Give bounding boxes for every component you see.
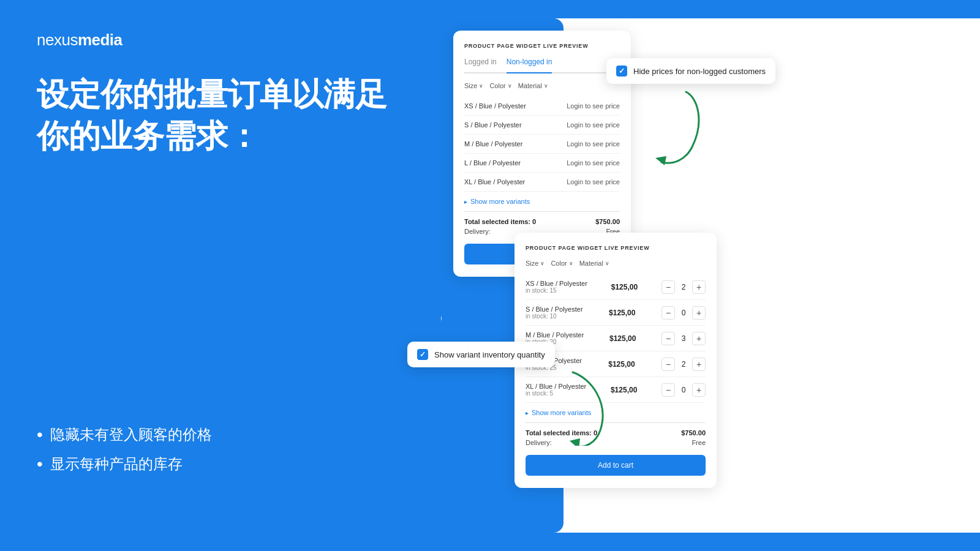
left-panel: nexusmedia 设定你的批量订单以满足你的业务需求： 隐藏未有登入顾客的价…	[0, 0, 441, 551]
checkbox-tooltip-2: Show variant inventory quantity	[407, 342, 555, 367]
qty-num-xl: 0	[679, 386, 688, 394]
logo-prefix: nexus	[37, 31, 78, 49]
filter-row-2: Size Color Material	[526, 260, 706, 267]
qty-num-l: 2	[679, 360, 688, 369]
checkbox-2[interactable]	[417, 349, 428, 360]
total-value-1: $750.00	[595, 218, 620, 225]
qty-controls-s: − 0 +	[662, 306, 706, 320]
bullet-list: 隐藏未有登入顾客的价格 显示每种产品的库存	[37, 425, 404, 484]
tab-logged-in[interactable]: Logged in	[464, 58, 497, 69]
variant-price: Login to see price	[567, 178, 620, 186]
qty-row-s: S / Blue / Polyester in stock: 10 $125,0…	[526, 300, 706, 326]
filter-size-1[interactable]: Size	[464, 82, 483, 89]
filter-color-2[interactable]: Color	[551, 260, 573, 267]
right-panel: PRODUCT PAGE WIDGET LIVE PREVIEW Logged …	[441, 0, 980, 551]
qty-variant-info-xs: XS / Blue / Polyester in stock: 15	[526, 280, 587, 294]
filter-size-2[interactable]: Size	[526, 260, 545, 267]
variant-row-1-xs: XS / Blue / Polyester Login to see price	[464, 97, 620, 116]
qty-plus-m[interactable]: +	[692, 332, 706, 345]
delivery-label-1: Delivery:	[464, 228, 491, 235]
variant-price: Login to see price	[567, 140, 620, 148]
qty-minus-m[interactable]: −	[662, 332, 675, 345]
checkbox-1[interactable]	[616, 66, 627, 77]
variant-price: Login to see price	[567, 102, 620, 110]
arrow-2	[542, 366, 616, 448]
variant-row-1-xl: XL / Blue / Polyester Login to see price	[464, 173, 620, 192]
svg-marker-1	[570, 438, 580, 446]
main-container: nexusmedia 设定你的批量订单以满足你的业务需求： 隐藏未有登入顾客的价…	[0, 0, 980, 551]
filter-material-2[interactable]: Material	[579, 260, 609, 267]
variant-name: XL / Blue / Polyester	[464, 178, 525, 186]
qty-name-m: M / Blue / Polyester	[526, 331, 584, 339]
qty-num-s: 0	[679, 309, 688, 317]
filter-row-1: Size Color Material	[464, 82, 620, 89]
total-value-2: $750.00	[681, 429, 706, 437]
qty-num-m: 3	[679, 334, 688, 343]
show-more-label-1: Show more variants	[470, 198, 530, 205]
qty-minus-xl[interactable]: −	[662, 383, 675, 397]
variant-price: Login to see price	[567, 159, 620, 167]
qty-plus-xl[interactable]: +	[692, 383, 706, 397]
qty-controls-m: − 3 +	[662, 332, 706, 345]
qty-price-s: $125,00	[609, 309, 635, 317]
qty-num-xs: 2	[679, 283, 688, 291]
qty-name-s: S / Blue / Polyester	[526, 305, 583, 313]
variant-price: Login to see price	[567, 121, 620, 129]
logo: nexusmedia	[37, 31, 404, 50]
hero-title: 设定你的批量订单以满足你的业务需求：	[37, 74, 404, 157]
qty-controls-xl: − 0 +	[662, 383, 706, 397]
qty-name-xs: XS / Blue / Polyester	[526, 280, 587, 287]
qty-price-xs: $125,00	[611, 283, 638, 291]
qty-plus-l[interactable]: +	[692, 358, 706, 371]
show-more-link-1[interactable]: ▸ Show more variants	[464, 198, 620, 212]
arrow-1	[637, 86, 710, 168]
checkbox-tooltip-1: Hide prices for non-logged customers	[606, 58, 775, 84]
qty-controls-xs: − 2 +	[662, 280, 706, 294]
qty-controls-l: − 2 +	[662, 358, 706, 371]
variant-row-1-m: M / Blue / Polyester Login to see price	[464, 135, 620, 154]
bullet-item-2: 显示每种产品的库存	[37, 454, 404, 474]
qty-variant-info-s: S / Blue / Polyester in stock: 10	[526, 305, 583, 320]
content-area: PRODUCT PAGE WIDGET LIVE PREVIEW Logged …	[441, 0, 980, 551]
add-to-cart-btn-2[interactable]: Add to cart	[526, 455, 706, 476]
checkbox-label-1: Hide prices for non-logged customers	[633, 67, 766, 76]
bullet-item-1: 隐藏未有登入顾客的价格	[37, 425, 404, 444]
qty-minus-s[interactable]: −	[662, 306, 675, 320]
qty-plus-s[interactable]: +	[692, 306, 706, 320]
variant-name: M / Blue / Polyester	[464, 140, 522, 148]
delivery-value-2: Free	[692, 439, 706, 446]
qty-row-xs: XS / Blue / Polyester in stock: 15 $125,…	[526, 274, 706, 300]
qty-plus-xs[interactable]: +	[692, 280, 706, 294]
variant-name: L / Blue / Polyester	[464, 159, 521, 167]
svg-marker-0	[655, 156, 666, 165]
variant-name: S / Blue / Polyester	[464, 121, 522, 129]
widget2-title: PRODUCT PAGE WIDGET LIVE PREVIEW	[526, 245, 706, 251]
qty-stock-s: in stock: 10	[526, 313, 583, 320]
checkbox-label-2: Show variant inventory quantity	[434, 350, 545, 359]
qty-price-m: $125,00	[609, 334, 636, 343]
variant-row-1-l: L / Blue / Polyester Login to see price	[464, 154, 620, 173]
qty-stock-xs: in stock: 15	[526, 287, 587, 294]
tab-row-1: Logged in Non-logged in	[464, 58, 620, 73]
widget1-title: PRODUCT PAGE WIDGET LIVE PREVIEW	[464, 43, 620, 49]
filter-material-1[interactable]: Material	[518, 82, 548, 89]
tab-non-logged-in[interactable]: Non-logged in	[507, 58, 552, 73]
total-label-1: Total selected items: 0	[464, 218, 536, 225]
filter-color-1[interactable]: Color	[489, 82, 511, 89]
variant-name: XS / Blue / Polyester	[464, 102, 526, 110]
qty-minus-l[interactable]: −	[662, 358, 675, 371]
logo-bold: media	[78, 31, 123, 49]
qty-minus-xs[interactable]: −	[662, 280, 675, 294]
variant-row-1-s: S / Blue / Polyester Login to see price	[464, 116, 620, 135]
total-row-1: Total selected items: 0 $750.00	[464, 218, 620, 225]
